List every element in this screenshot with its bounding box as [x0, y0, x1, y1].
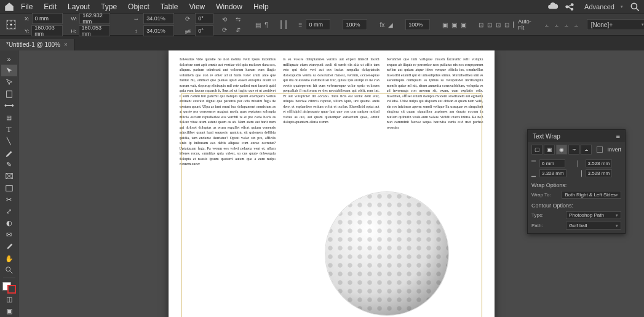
apply-color-icon[interactable]: ◫ — [1, 294, 17, 305]
zoom-field[interactable]: 100% — [343, 19, 367, 30]
rotate-ccw-icon[interactable]: ⟲ — [220, 15, 229, 25]
x-field[interactable]: 0 mm — [32, 13, 63, 24]
golf-ball-image[interactable] — [325, 192, 448, 315]
note-tool[interactable]: ✉ — [1, 229, 17, 241]
content-collector-tool[interactable]: ⊞ — [1, 111, 17, 123]
offset-left-field[interactable]: 3.528 mm — [586, 159, 613, 167]
menu-file[interactable]: File — [16, 1, 38, 12]
offset-right-field[interactable]: 3.528 mm — [586, 169, 613, 177]
rotate-cw-icon[interactable]: ⟳ — [220, 25, 229, 35]
menu-object[interactable]: Object — [123, 1, 154, 12]
svg-point-7 — [14, 24, 15, 25]
paragraph-icon[interactable]: ¶ — [264, 20, 268, 30]
y-field[interactable]: 160.003 mm — [31, 25, 62, 36]
scissors-tool[interactable]: ✂ — [1, 194, 17, 206]
autofit-checkbox[interactable] — [513, 22, 514, 28]
distribute-icon[interactable]: ⫠ — [573, 20, 579, 30]
fit-frame-icon[interactable]: ⊡ — [504, 20, 509, 30]
rectangle-frame-tool[interactable] — [1, 171, 17, 182]
wrap-shape-icon[interactable]: ▣ — [461, 20, 466, 30]
flip-h-icon[interactable]: ⇋ — [233, 15, 243, 25]
wrap-none-icon[interactable]: ▣ — [442, 20, 448, 30]
wrap-bb-icon[interactable]: ▣ — [451, 20, 457, 30]
pencil-tool[interactable]: ✎ — [1, 159, 17, 171]
fx-icon[interactable]: fx — [380, 20, 384, 30]
fill-swatch[interactable] — [280, 20, 282, 29]
zoom-tool[interactable] — [1, 265, 17, 276]
opacity-field[interactable]: 100% — [405, 19, 430, 30]
wrap-bbox-button[interactable]: ▣ — [544, 145, 555, 154]
menu-table[interactable]: Table — [156, 1, 183, 12]
gradient-swatch-tool[interactable]: ◐ — [1, 217, 17, 229]
align-left-icon[interactable]: ▤ — [255, 20, 261, 30]
rectangle-tool[interactable] — [1, 182, 17, 194]
offset-top-field[interactable]: 6 mm — [539, 159, 565, 167]
svg-point-9 — [10, 28, 12, 29]
home-icon[interactable] — [4, 1, 15, 12]
eyedropper-tool[interactable] — [1, 241, 17, 253]
wrap-jump-button[interactable]: ⫟ — [568, 145, 579, 154]
center-content-icon[interactable]: ⊡ — [496, 20, 501, 30]
type-label: Type: — [531, 212, 544, 218]
text-column-1: dolessitas vide quasite ne non nobita ve… — [180, 57, 276, 317]
hand-tool[interactable]: ✋ — [1, 253, 17, 265]
shear-field[interactable]: 0° — [195, 25, 213, 36]
screen-mode-icon[interactable]: ▣ — [1, 305, 17, 317]
flip-v-icon[interactable]: ⇵ — [233, 25, 243, 35]
svg-point-10 — [14, 28, 15, 29]
wrap-to-dropdown[interactable]: Both Right & Left Sides▾ — [562, 191, 621, 199]
offset-bottom-field[interactable]: 3.328 mm — [539, 169, 566, 177]
page-tool[interactable] — [1, 88, 17, 100]
wrap-shape-button[interactable]: ◉ — [556, 145, 567, 154]
pen-tool[interactable] — [1, 147, 17, 159]
wrap-column-button[interactable]: ⫠ — [581, 145, 592, 154]
w-field[interactable]: 162.932 mm — [79, 13, 110, 24]
wrap-to-label: Wrap To: — [531, 192, 551, 198]
close-icon[interactable]: × — [64, 41, 68, 48]
path-dropdown[interactable]: Golf ball▾ — [566, 222, 621, 230]
contour-options-label: Contour Options: — [528, 200, 625, 210]
line-tool[interactable]: ╲ — [1, 135, 17, 147]
menu-help[interactable]: Help — [248, 1, 274, 12]
menu-edit[interactable]: Edit — [39, 1, 62, 12]
tool-chevron[interactable]: » — [1, 53, 17, 65]
fill-stroke-swatch[interactable] — [2, 282, 16, 294]
align-top-icon[interactable]: ⫠ — [544, 20, 550, 30]
fill-frame-icon[interactable]: ⊡ — [487, 20, 492, 30]
free-transform-tool[interactable]: ⤢ — [1, 206, 17, 217]
stroke-swatch[interactable] — [285, 20, 287, 29]
corner-options-icon[interactable]: ◢ — [388, 20, 393, 30]
svg-point-15 — [6, 267, 10, 271]
type-dropdown[interactable]: Photoshop Path▾ — [566, 211, 621, 219]
reference-point[interactable] — [4, 20, 18, 30]
menu-view[interactable]: View — [184, 1, 210, 12]
align-middle-icon[interactable]: ⫠ — [554, 20, 560, 30]
align-bottom-icon[interactable]: ⫠ — [563, 20, 570, 30]
tab-title: *Untitled-1 @ 100% — [6, 41, 60, 48]
chevron-down-icon[interactable]: ▾ — [621, 4, 623, 9]
gap-tool[interactable]: ⟷ — [1, 100, 17, 111]
h-field[interactable]: 160.053 mm — [79, 25, 111, 36]
wrap-none-button[interactable]: ▢ — [531, 145, 543, 154]
direct-selection-tool[interactable] — [1, 76, 17, 88]
fit-content-icon[interactable]: ⊡ — [479, 20, 483, 30]
page[interactable]: dolessitas vide quasite ne non nobita ve… — [169, 50, 495, 317]
search-icon[interactable] — [629, 1, 640, 12]
menu-window[interactable]: Window — [211, 1, 247, 12]
selection-tool[interactable] — [1, 65, 17, 76]
rotate-field[interactable]: 0° — [195, 13, 213, 24]
cloud-icon[interactable] — [547, 1, 559, 12]
menu-layout[interactable]: Layout — [63, 1, 95, 12]
type-tool[interactable]: T — [1, 124, 17, 135]
stroke-weight-field[interactable]: 0 mm — [306, 19, 330, 30]
scale-x-field[interactable]: 34.01% — [143, 13, 174, 24]
object-style-dropdown[interactable]: [None]+▾ — [587, 19, 644, 30]
share-icon[interactable] — [565, 1, 576, 12]
invert-checkbox[interactable] — [597, 146, 603, 153]
document-tab[interactable]: *Untitled-1 @ 100% × — [0, 39, 74, 50]
scale-y-field[interactable]: 34.01% — [143, 25, 174, 36]
panel-menu-icon[interactable]: ≡ — [616, 132, 620, 140]
menu-type[interactable]: Type — [96, 1, 122, 12]
text-wrap-panel: Text Wrap ≡ ▢ ▣ ◉ ⫟ ⫠ Invert ▔6 mm ▏3.52… — [527, 129, 626, 234]
workspace-label[interactable]: Advanced — [584, 3, 614, 10]
